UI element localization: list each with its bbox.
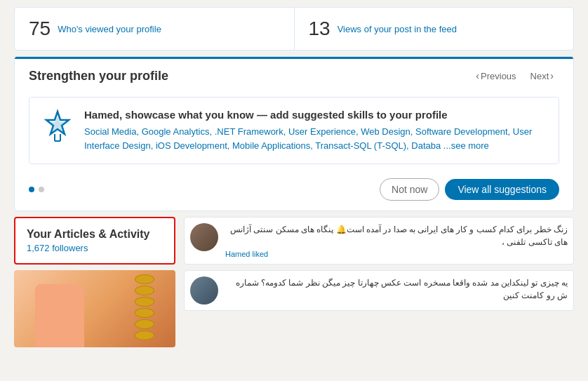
not-now-button[interactable]: Not now	[380, 178, 439, 201]
coin	[135, 274, 154, 284]
strengthen-title: Strengthen your profile	[29, 69, 168, 83]
card-footer: Not now View all suggestions	[15, 171, 573, 210]
suggestion-box: Hamed, showcase what you know — add sugg…	[29, 97, 559, 164]
profile-views-label: Who's viewed your profile	[58, 24, 161, 34]
hand-decoration	[35, 284, 84, 347]
post-views-stat: 13 Views of your post in the feed	[295, 8, 574, 50]
dot-active	[29, 187, 34, 192]
feed-item: زنگ خطر برای کدام کسب و کار های ایرانی ب…	[184, 217, 574, 265]
stats-card: 75 Who's viewed your profile 13 Views of…	[14, 7, 574, 51]
chevron-left-icon: ‹	[476, 70, 479, 81]
previous-label: Previous	[481, 71, 516, 81]
view-all-button[interactable]: View all suggestions	[445, 179, 559, 200]
coin	[135, 286, 154, 295]
article-thumbnail	[14, 270, 175, 347]
coin	[135, 319, 154, 329]
post-views-count: 13	[309, 18, 330, 40]
feed-content: زنگ خطر برای کدام کسب و کار های ایرانی ب…	[225, 223, 568, 258]
pagination-dots	[29, 187, 44, 192]
suggestion-skills: Social Media, Google Analytics, .NET Fra…	[84, 125, 547, 152]
avatar-image	[190, 276, 218, 305]
footer-actions: Not now View all suggestions	[380, 178, 559, 201]
post-views-label: Views of your post in the feed	[338, 24, 457, 34]
avatar	[190, 276, 218, 305]
articles-title: Your Articles & Activity	[27, 228, 163, 241]
profile-views-stat: 75 Who's viewed your profile	[15, 8, 295, 50]
medal-icon	[41, 109, 74, 142]
chevron-right-icon: ›	[550, 70, 554, 81]
feed-content: یه چیزی تو لینکداین مد شده واقعا مسخره ا…	[225, 276, 568, 302]
coin	[135, 297, 154, 307]
suggestion-content: Hamed, showcase what you know — add sugg…	[84, 109, 547, 152]
previous-button[interactable]: ‹ Previous	[470, 67, 521, 84]
feed-text: زنگ خطر برای کدام کسب و کار های ایرانی ب…	[225, 223, 568, 248]
next-button[interactable]: Next ›	[525, 67, 559, 84]
avatar	[190, 223, 218, 251]
avatar-image	[190, 223, 218, 251]
feed-liked: Hamed liked	[225, 250, 568, 258]
articles-card: Your Articles & Activity 1,672 followers	[14, 217, 175, 265]
right-column: زنگ خطر برای کدام کسب و کار های ایرانی ب…	[184, 217, 574, 347]
profile-views-count: 75	[29, 18, 51, 40]
see-more-link[interactable]: ...see more	[443, 140, 489, 151]
left-column: Your Articles & Activity 1,672 followers	[14, 217, 175, 347]
articles-followers: 1,672 followers	[27, 243, 163, 253]
coins-decoration	[135, 274, 154, 340]
feed-item: یه چیزی تو لینکداین مد شده واقعا مسخره ا…	[184, 270, 574, 311]
feed-text: یه چیزی تو لینکداین مد شده واقعا مسخره ا…	[225, 276, 568, 302]
next-label: Next	[530, 71, 549, 81]
coin	[135, 330, 154, 340]
dot-inactive	[39, 187, 44, 192]
strengthen-header: Strengthen your profile ‹ Previous Next …	[15, 59, 573, 90]
suggestion-title: Hamed, showcase what you know — add sugg…	[84, 109, 547, 121]
coin	[135, 308, 154, 318]
bottom-section: Your Articles & Activity 1,672 followers	[14, 217, 574, 347]
strengthen-card: Strengthen your profile ‹ Previous Next …	[14, 56, 574, 211]
nav-buttons: ‹ Previous Next ›	[470, 67, 559, 84]
